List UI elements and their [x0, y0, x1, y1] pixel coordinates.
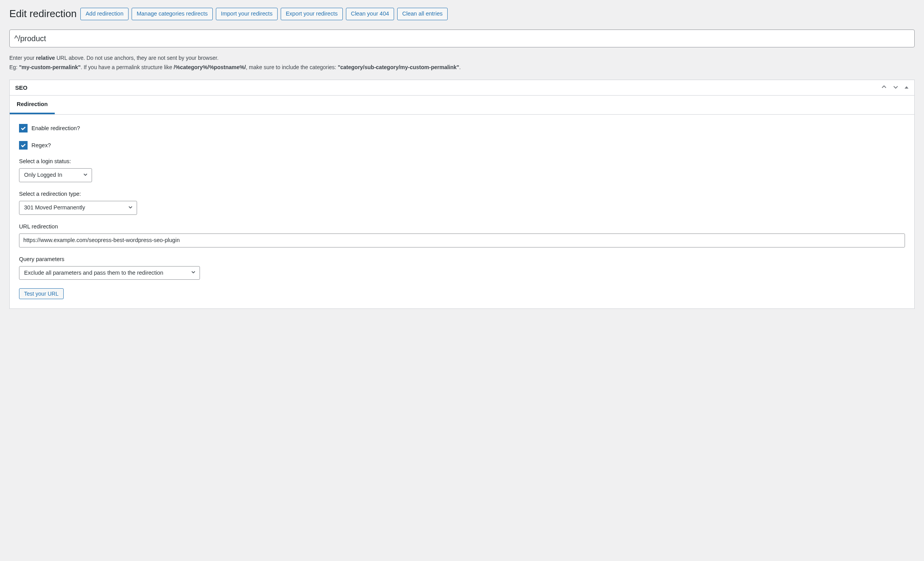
clean-all-entries-button[interactable]: Clean all entries: [397, 8, 448, 20]
page-title: Edit redirection: [9, 8, 76, 20]
relative-url-input[interactable]: [9, 30, 915, 47]
query-parameters-label: Query parameters: [19, 256, 905, 262]
regex-checkbox[interactable]: [19, 141, 28, 150]
enable-redirection-label: Enable redirection?: [31, 125, 80, 131]
redirect-type-select[interactable]: 301 Moved Permanently: [19, 201, 137, 215]
redirect-type-label: Select a redirection type:: [19, 191, 905, 197]
export-redirects-button[interactable]: Export your redirects: [281, 8, 343, 20]
enable-redirection-checkbox[interactable]: [19, 124, 28, 132]
query-parameters-select[interactable]: Exclude all parameters and pass them to …: [19, 266, 200, 280]
login-status-select[interactable]: Only Logged In: [19, 168, 92, 182]
collapse-icon[interactable]: [904, 85, 909, 91]
help-text: Enter your relative URL above. Do not us…: [9, 54, 915, 72]
move-down-icon[interactable]: [893, 84, 899, 91]
svg-marker-0: [905, 86, 908, 89]
manage-categories-redirects-button[interactable]: Manage categories redirects: [132, 8, 213, 20]
test-your-url-button[interactable]: Test your URL: [19, 288, 64, 299]
regex-label: Regex?: [31, 142, 51, 148]
url-redirection-input[interactable]: [19, 233, 905, 247]
url-redirection-label: URL redirection: [19, 223, 905, 230]
move-up-icon[interactable]: [881, 84, 887, 91]
seo-panel: SEO Redirection Enable redirection?: [9, 80, 915, 309]
login-status-label: Select a login status:: [19, 158, 905, 164]
tab-redirection[interactable]: Redirection: [10, 96, 55, 114]
panel-title: SEO: [15, 84, 28, 91]
clean-404-button[interactable]: Clean your 404: [346, 8, 394, 20]
import-redirects-button[interactable]: Import your redirects: [216, 8, 278, 20]
add-redirection-button[interactable]: Add redirection: [80, 8, 129, 20]
